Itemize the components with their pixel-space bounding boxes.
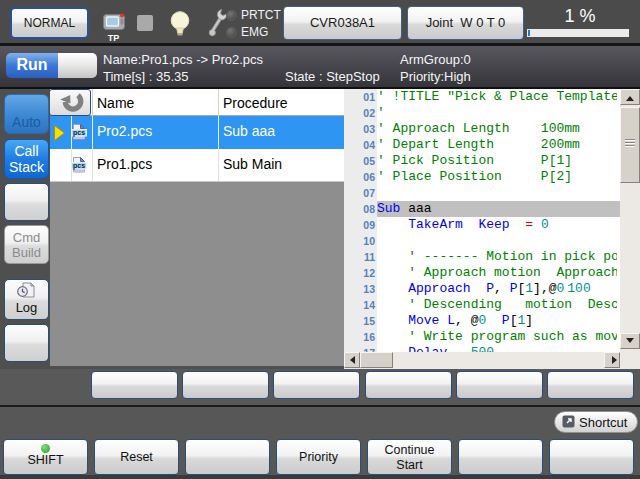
svg-text:pcs: pcs [73, 162, 85, 170]
svg-text:pcs: pcs [73, 129, 85, 137]
svg-text:TP: TP [108, 33, 120, 42]
